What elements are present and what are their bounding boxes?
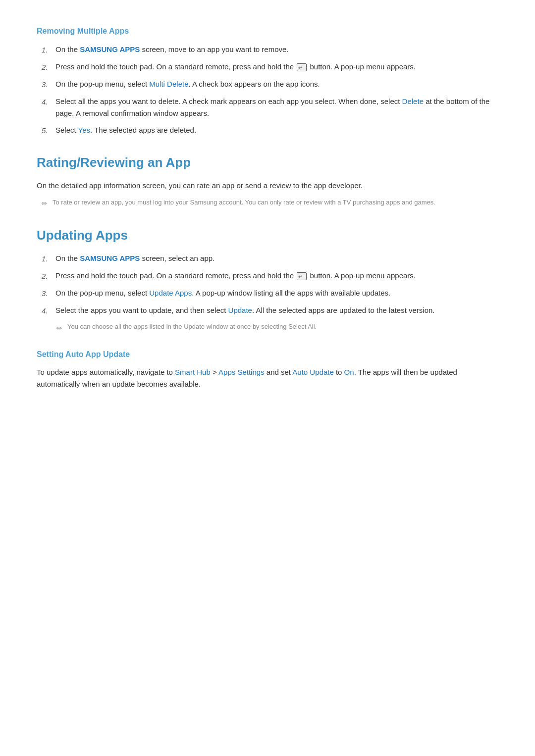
rating-note-block: ✏ To rate or review an app, you must log… (37, 198, 498, 209)
step-number-2: 2. (42, 61, 55, 73)
step-content-3: On the pop-up menu, select Multi Delete.… (55, 78, 498, 90)
removing-step-5: 5. Select Yes. The selected apps are del… (37, 124, 498, 137)
step-content-2: Press and hold the touch pad. On a stand… (55, 61, 498, 73)
update-apps-link: Update Apps (149, 289, 192, 297)
rating-section: Rating/Reviewing an App On the detailed … (37, 152, 498, 209)
multi-delete-link: Multi Delete (149, 80, 188, 88)
updating-step-content-2: Press and hold the touch pad. On a stand… (55, 270, 498, 282)
auto-update-text-before: To update apps automatically, navigate t… (37, 368, 175, 376)
removing-section-heading: Removing Multiple Apps (37, 25, 498, 38)
updating-step-2: 2. Press and hold the touch pad. On a st… (37, 270, 498, 282)
updating-step-content-4: Select the apps you want to update, and … (55, 304, 498, 316)
removing-step-4: 4. Select all the apps you want to delet… (37, 96, 498, 119)
step-content-5: Select Yes. The selected apps are delete… (55, 124, 498, 136)
updating-step-number-1: 1. (42, 252, 55, 265)
removing-section: Removing Multiple Apps 1. On the SAMSUNG… (37, 25, 498, 137)
removing-step-2: 2. Press and hold the touch pad. On a st… (37, 61, 498, 73)
updating-step-number-3: 3. (42, 287, 55, 300)
updating-step-content-1: On the SAMSUNG APPS screen, select an ap… (55, 252, 498, 264)
remote-button-icon-2 (297, 272, 307, 280)
pencil-icon-2: ✏ (56, 323, 67, 334)
smart-hub-link: Smart Hub (175, 368, 211, 376)
updating-sub-note-text: You can choose all the apps listed in th… (67, 322, 317, 332)
auto-update-link: Auto Update (292, 368, 333, 376)
updating-step-content-3: On the pop-up menu, select Update Apps. … (55, 287, 498, 299)
updating-section-heading: Updating Apps (37, 225, 498, 246)
updating-step-3: 3. On the pop-up menu, select Update App… (37, 287, 498, 300)
auto-update-arrow: > (211, 368, 218, 376)
samsung-apps-highlight-2: SAMSUNG APPS (80, 254, 140, 262)
step-content-4: Select all the apps you want to delete. … (55, 96, 498, 119)
updating-section: Updating Apps 1. On the SAMSUNG APPS scr… (37, 225, 498, 334)
on-link: On (344, 368, 354, 376)
updating-steps-list: 1. On the SAMSUNG APPS screen, select an… (37, 252, 498, 317)
rating-section-heading: Rating/Reviewing an App (37, 152, 498, 173)
auto-update-heading: Setting Auto App Update (37, 348, 498, 361)
update-link: Update (228, 306, 252, 314)
pencil-icon-1: ✏ (42, 198, 53, 209)
yes-link: Yes (78, 126, 90, 134)
removing-step-3: 3. On the pop-up menu, select Multi Dele… (37, 78, 498, 91)
step-number-5: 5. (42, 124, 55, 137)
apps-settings-link: Apps Settings (218, 368, 265, 376)
auto-update-middle: and set (265, 368, 293, 376)
rating-paragraph: On the detailed app information screen, … (37, 180, 498, 192)
auto-update-section: Setting Auto App Update To update apps a… (37, 348, 498, 391)
rating-note-text: To rate or review an app, you must log i… (53, 198, 435, 207)
removing-step-1: 1. On the SAMSUNG APPS screen, move to a… (37, 44, 498, 56)
delete-link: Delete (402, 97, 424, 105)
step-number-3: 3. (42, 78, 55, 91)
updating-step-4: 4. Select the apps you want to update, a… (37, 304, 498, 317)
remote-button-icon-1 (297, 63, 307, 71)
samsung-apps-highlight-1: SAMSUNG APPS (80, 45, 140, 53)
auto-update-paragraph: To update apps automatically, navigate t… (37, 366, 498, 390)
step-content-1: On the SAMSUNG APPS screen, move to an a… (55, 44, 498, 55)
removing-steps-list: 1. On the SAMSUNG APPS screen, move to a… (37, 44, 498, 137)
updating-step-1: 1. On the SAMSUNG APPS screen, select an… (37, 252, 498, 265)
updating-step-number-2: 2. (42, 270, 55, 282)
updating-step-number-4: 4. (42, 304, 55, 317)
step-number-4: 4. (42, 96, 55, 108)
step-number-1: 1. (42, 44, 55, 56)
updating-sub-note: ✏ You can choose all the apps listed in … (37, 322, 498, 334)
auto-update-to: to (334, 368, 344, 376)
